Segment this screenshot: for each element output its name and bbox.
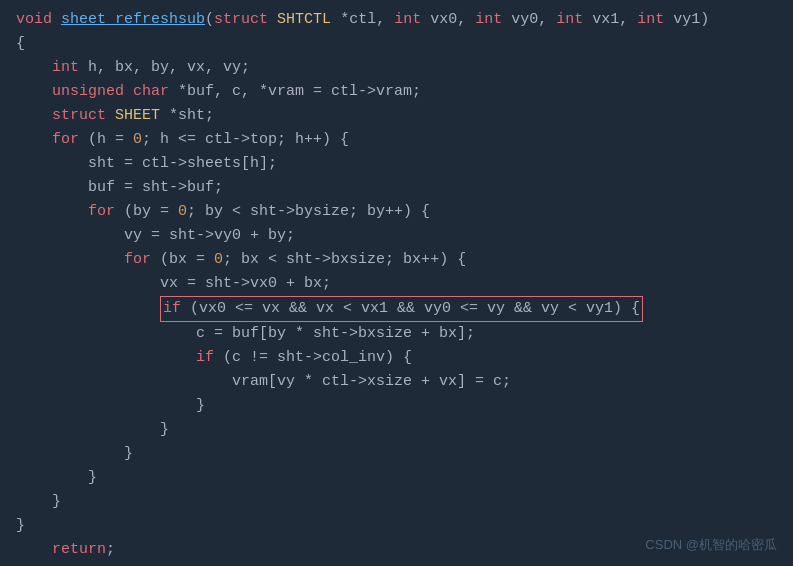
line-11: for (bx = 0; bx < sht->bxsize; bx++) { [16, 248, 777, 272]
line-13-highlighted: if (vx0 <= vx && vx < vx1 && vy0 <= vy &… [16, 296, 777, 322]
line-18: } [16, 418, 777, 442]
line-7: sht = ctl->sheets[h]; [16, 152, 777, 176]
line-3: int h, bx, by, vx, vy; [16, 56, 777, 80]
line-5: struct SHEET *sht; [16, 104, 777, 128]
line-19: } [16, 442, 777, 466]
watermark: CSDN @机智的哈密瓜 [645, 535, 777, 556]
line-20: } [16, 466, 777, 490]
line-9: for (by = 0; by < sht->bysize; by++) { [16, 200, 777, 224]
line-14: c = buf[by * sht->bxsize + bx]; [16, 322, 777, 346]
line-21: } [16, 490, 777, 514]
line-12: vx = sht->vx0 + bx; [16, 272, 777, 296]
code-container: void sheet_refreshsub(struct SHTCTL *ctl… [0, 0, 793, 566]
line-2: { [16, 32, 777, 56]
line-17: } [16, 394, 777, 418]
line-4: unsigned char *buf, c, *vram = ctl->vram… [16, 80, 777, 104]
line-16: vram[vy * ctl->xsize + vx] = c; [16, 370, 777, 394]
line-15: if (c != sht->col_inv) { [16, 346, 777, 370]
line-24: } [16, 562, 777, 566]
line-8: buf = sht->buf; [16, 176, 777, 200]
line-6: for (h = 0; h <= ctl->top; h++) { [16, 128, 777, 152]
line-1: void sheet_refreshsub(struct SHTCTL *ctl… [16, 8, 777, 32]
line-10: vy = sht->vy0 + by; [16, 224, 777, 248]
